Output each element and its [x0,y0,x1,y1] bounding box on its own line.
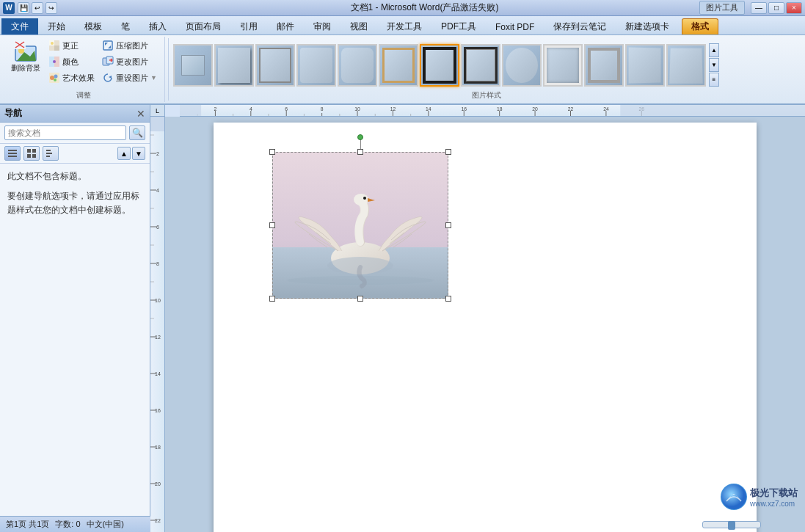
document-page [214,123,757,532]
tab-review[interactable]: 审阅 [304,18,340,34]
gallery-thumb-7[interactable] [420,44,459,87]
nav-view-list[interactable] [4,146,21,161]
svg-text:20: 20 [155,481,161,487]
svg-rect-72 [620,105,805,117]
minimize-btn[interactable]: — [751,2,767,14]
handle-top-right[interactable] [445,149,451,155]
ribbon-group-adjust: 删除背景 更正 [3,37,165,102]
nav-view-grid[interactable] [23,146,40,161]
gallery-thumb-12[interactable] [625,44,665,87]
reset-img-icon [102,72,114,84]
gallery-thumb-10[interactable] [543,44,583,87]
tab-newtab[interactable]: 新建选项卡 [616,18,679,34]
quick-access-toolbar[interactable]: 💾 ↩ ↪ [18,2,57,14]
tab-template[interactable]: 模板 [75,18,112,34]
gallery-thumb-5[interactable] [338,44,377,87]
undo-btn[interactable]: ↩ [32,2,43,14]
tab-foxit[interactable]: Foxit PDF [486,18,544,34]
reset-img-button[interactable]: 重设图片 ▼ [99,70,160,85]
gallery-scroll-up[interactable]: ▲ [709,43,719,57]
tab-devtools[interactable]: 开发工具 [377,18,431,34]
tab-home[interactable]: 开始 [38,18,75,34]
pic-styles-label: 图片样式 [172,90,802,102]
art-effect-icon [48,72,60,84]
nav-up-button[interactable]: ▲ [117,147,131,160]
context-tab-label: 图片工具 [699,1,745,15]
rotate-handle[interactable] [357,134,363,140]
handle-top-left[interactable] [269,149,275,155]
handle-middle-right[interactable] [445,222,451,228]
tab-insert[interactable]: 插入 [139,18,176,34]
main-area: 导航 ✕ 🔍 ▲ ▼ 此文档不包含标题。 要创建导航选项卡，请通过应用标题样式 [0,105,805,516]
selected-image[interactable] [272,152,448,299]
correct-icon [48,40,60,51]
gallery-thumb-9[interactable] [502,44,542,87]
word-count: 字数: 0 [55,519,80,530]
nav-view-buttons: ▲ ▼ [0,144,150,164]
gallery-thumb-2[interactable] [214,44,254,87]
gallery-thumb-4[interactable] [296,44,336,87]
svg-rect-36 [46,153,52,154]
ribbon-content: 删除背景 更正 [0,35,805,105]
svg-point-15 [50,76,54,80]
gallery-scroll-down[interactable]: ▼ [709,58,719,72]
svg-text:8: 8 [321,106,324,112]
handle-bottom-right[interactable] [445,296,451,302]
tab-pdftools[interactable]: PDF工具 [431,18,486,34]
redo-btn[interactable]: ↪ [45,2,57,14]
window-controls[interactable]: — □ × [751,2,802,14]
svg-point-109 [363,197,366,200]
art-effect-button[interactable]: 艺术效果 [45,70,98,85]
change-img-icon [102,56,114,68]
tab-mail[interactable]: 邮件 [267,18,304,34]
compress-img-button[interactable]: 压缩图片 [99,38,160,53]
svg-text:16: 16 [462,106,467,112]
svg-rect-71 [180,105,201,117]
gallery-scroll-controls: ▲ ▼ ≡ [709,43,719,87]
remove-bg-button[interactable]: 删除背景 [7,38,44,75]
watermark-url: www.xz7.com [750,500,798,508]
correct-button[interactable]: 更正 [45,38,98,53]
tab-cloudsave[interactable]: 保存到云笔记 [544,18,616,34]
nav-down-button[interactable]: ▼ [132,147,145,160]
tab-file[interactable]: 文件 [1,18,38,34]
tab-pen[interactable]: 笔 [112,18,139,34]
tab-view[interactable]: 视图 [340,18,377,34]
save-quick-btn[interactable]: 💾 [18,2,29,14]
color-button[interactable]: 颜色 [45,54,98,69]
svg-rect-32 [32,149,36,153]
gallery-more[interactable]: ≡ [709,73,719,87]
handle-top-middle[interactable] [357,149,363,155]
nav-view-outline[interactable] [43,146,59,161]
gallery-thumb-1[interactable] [173,44,213,87]
gallery-thumb-13[interactable] [666,44,706,87]
handle-bottom-left[interactable] [269,296,275,302]
maximize-btn[interactable]: □ [768,2,784,14]
svg-text:14: 14 [155,371,161,376]
lang-info: 中文(中国) [87,519,124,530]
adjust-col: 更正 颜色 [45,38,98,85]
zoom-slider[interactable] [702,521,761,528]
gallery-thumb-6[interactable] [379,44,418,87]
nav-panel-close-button[interactable]: ✕ [136,108,145,120]
tab-ref[interactable]: 引用 [230,18,267,34]
reset-img-dropdown[interactable]: ▼ [150,74,157,81]
doc-scroll-area[interactable] [165,117,805,532]
gallery-thumb-11[interactable] [584,44,624,87]
svg-point-16 [54,75,58,79]
nav-panel-header: 导航 ✕ [0,105,150,123]
svg-point-9 [51,42,54,45]
ruler-corner[interactable]: L [150,105,165,117]
search-input[interactable] [4,125,126,140]
change-img-button[interactable]: 更改图片 [99,54,160,69]
search-button[interactable]: 🔍 [129,125,145,140]
gallery-thumb-3[interactable] [255,44,295,87]
gallery-thumb-8[interactable] [461,44,500,87]
zoom-slider-thumb[interactable] [728,521,735,530]
close-btn[interactable]: × [786,2,802,14]
tab-layout[interactable]: 页面布局 [176,18,230,34]
doc-area: 2 4 6 8 10 12 14 16 18 [150,117,805,532]
tab-format[interactable]: 格式 [682,18,718,34]
handle-bottom-middle[interactable] [357,296,363,302]
handle-middle-left[interactable] [269,222,275,228]
